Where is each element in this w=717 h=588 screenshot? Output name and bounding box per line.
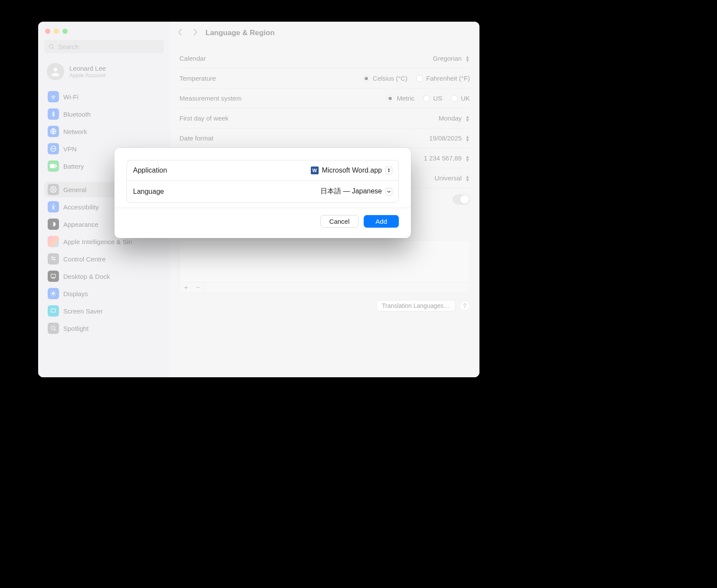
row-label: First day of week <box>179 114 228 122</box>
row-label: Measurement system <box>179 95 241 102</box>
radio-icon <box>451 95 458 102</box>
sidebar-item-desktop-dock[interactable]: Desktop & Dock <box>44 268 164 284</box>
row-calendar[interactable]: Calendar Gregorian ▲▼ <box>179 49 470 69</box>
sidebar-item-label: VPN <box>63 145 77 153</box>
battery-icon <box>48 160 59 172</box>
vpn-icon <box>48 143 59 154</box>
sidebar-item-displays[interactable]: Displays <box>44 286 164 301</box>
help-button[interactable]: ? <box>460 301 470 311</box>
row-value: 19/08/2025 <box>429 134 462 142</box>
bluetooth-icon <box>48 108 59 120</box>
sheet-row-application: Application W Microsoft Word.app ▲▼ <box>127 160 398 180</box>
sheet-value: Microsoft Word.app <box>322 167 382 174</box>
row-value: Universal <box>435 174 462 182</box>
sidebar-item-wifi[interactable]: Wi-Fi <box>44 89 164 105</box>
radio-icon <box>416 75 423 82</box>
svg-point-10 <box>53 204 54 205</box>
sidebar-item-label: Screen Saver <box>63 307 103 315</box>
close-window-button[interactable] <box>45 29 50 34</box>
displays-icon <box>48 288 59 299</box>
dock-icon <box>48 271 59 282</box>
radio-fahrenheit[interactable]: Fahrenheit (°F) <box>416 75 470 82</box>
svg-rect-17 <box>52 278 55 278</box>
page-title: Language & Region <box>205 29 275 37</box>
word-app-icon: W <box>311 167 319 174</box>
sidebar-item-bluetooth[interactable]: Bluetooth <box>44 106 164 122</box>
row-date-format[interactable]: Date format 19/08/2025 ▲▼ <box>179 128 470 148</box>
svg-line-26 <box>55 291 55 292</box>
radio-uk[interactable]: UK <box>451 95 470 102</box>
dropdown-button[interactable] <box>385 188 392 196</box>
add-application-button[interactable]: ＋ <box>180 282 192 293</box>
updown-icon: ▲▼ <box>465 55 470 62</box>
sidebar-item-label: Apple Intelligence & Siri <box>63 238 132 245</box>
add-application-sheet: Application W Microsoft Word.app ▲▼ Lang… <box>114 148 411 238</box>
sidebar-item-label: Appearance <box>63 221 98 228</box>
translation-languages-button[interactable]: Translation Languages… <box>376 300 455 311</box>
search-icon <box>48 43 55 50</box>
sidebar-item-label: Accessibility <box>63 203 99 211</box>
row-label: Temperature <box>179 75 216 82</box>
search-field[interactable] <box>44 40 164 53</box>
back-button[interactable] <box>178 28 183 37</box>
svg-point-18 <box>52 292 54 294</box>
search-input[interactable] <box>58 43 160 50</box>
remove-application-button[interactable]: − <box>192 282 204 293</box>
siri-icon <box>48 236 59 247</box>
svg-point-0 <box>49 45 53 49</box>
radio-metric[interactable]: Metric <box>387 95 414 102</box>
avatar <box>47 63 64 80</box>
svg-rect-27 <box>51 309 56 312</box>
sidebar-item-label: Wi-Fi <box>63 93 78 101</box>
control-centre-icon <box>48 253 59 265</box>
sidebar-item-spotlight[interactable]: Spotlight <box>44 320 164 336</box>
profile[interactable]: Leonard Lee Apple Account <box>44 60 164 87</box>
radio-celsius[interactable]: Celsius (°C) <box>363 75 407 82</box>
svg-rect-8 <box>51 165 54 167</box>
radio-us[interactable]: US <box>423 95 442 102</box>
sidebar-item-label: Displays <box>63 290 88 297</box>
row-label: Date format <box>179 134 213 142</box>
add-button[interactable]: Add <box>364 215 399 228</box>
updown-icon: ▲▼ <box>465 135 470 142</box>
svg-line-1 <box>52 48 54 49</box>
sidebar-item-label: Network <box>63 128 87 135</box>
sheet-value: 日本語 — Japanese <box>320 187 382 196</box>
sidebar-item-label: General <box>63 186 86 193</box>
sidebar-item-network[interactable]: Network <box>44 124 164 139</box>
screen-saver-icon <box>48 305 59 317</box>
updown-icon: ▲▼ <box>465 175 470 182</box>
sidebar-item-label: Bluetooth <box>63 111 91 118</box>
applications-list-footer: ＋ − <box>179 282 470 293</box>
appearance-icon <box>48 219 59 230</box>
wifi-icon <box>48 91 59 102</box>
topbar: Language & Region <box>170 22 479 44</box>
row-label: Calendar <box>179 55 206 62</box>
svg-point-2 <box>54 68 58 72</box>
popup-button[interactable]: ▲▼ <box>385 167 392 174</box>
sidebar-item-control-centre[interactable]: Control Centre <box>44 251 164 267</box>
applications-list <box>179 240 470 282</box>
forward-button[interactable] <box>192 28 198 37</box>
globe-icon <box>48 126 59 137</box>
sidebar-item-screen-saver[interactable]: Screen Saver <box>44 303 164 319</box>
svg-point-28 <box>51 326 55 330</box>
row-first-day[interactable]: First day of week Monday ▲▼ <box>179 108 470 128</box>
zoom-window-button[interactable] <box>62 29 68 34</box>
row-measurement: Measurement system Metric US UK <box>179 88 470 108</box>
svg-rect-16 <box>51 274 56 278</box>
cancel-button[interactable]: Cancel <box>320 215 359 228</box>
svg-point-9 <box>52 189 54 190</box>
svg-line-25 <box>51 295 52 295</box>
live-text-toggle[interactable] <box>453 194 470 205</box>
svg-line-29 <box>55 330 56 331</box>
sheet-row-language: Language 日本語 — Japanese <box>127 180 398 202</box>
row-value: 1 234 567,89 <box>424 154 462 162</box>
sheet-label: Application <box>133 167 167 174</box>
row-value: Gregorian <box>433 55 462 62</box>
sidebar-item-label: Spotlight <box>63 325 88 332</box>
minimize-window-button[interactable] <box>54 29 59 34</box>
radio-icon <box>423 95 430 102</box>
sidebar-item-label: Desktop & Dock <box>63 273 110 280</box>
row-value: Monday <box>439 114 462 122</box>
